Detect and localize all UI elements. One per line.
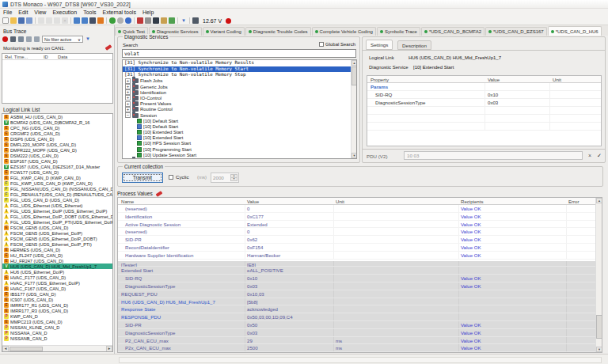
- vertical-scrollbar[interactable]: ▲ ▼: [351, 60, 356, 158]
- process-value-row[interactable]: SID-PR0x62Value OK: [118, 236, 602, 244]
- logical-link-item[interactable]: PNISSANB_CAN_D: [2, 336, 112, 341]
- horizontal-scrollbar[interactable]: ◄ ►: [2, 345, 112, 351]
- logical-link-item[interactable]: FFGL_NISSAN(UDS_CAN_D) (NISSANUDS_CAN_D): [2, 186, 112, 191]
- search-icon[interactable]: [145, 17, 151, 24]
- process-value-row[interactable]: Identification0xC177Value OK: [118, 213, 602, 221]
- scroll-down-icon[interactable]: ▼: [352, 153, 357, 158]
- property-row[interactable]: [367, 123, 601, 131]
- trace-play-icon[interactable]: [18, 36, 24, 42]
- tab-variant-coding[interactable]: Variant Coding: [203, 27, 245, 36]
- expand-icon[interactable]: +: [125, 84, 131, 89]
- tree-item[interactable]: +Identification: [123, 89, 356, 95]
- scroll-right-icon[interactable]: ►: [106, 346, 112, 352]
- logical-link-item[interactable]: EESP167 (UDS_CAN_D): [2, 158, 112, 164]
- property-row[interactable]: [367, 115, 601, 123]
- tree-item[interactable]: +Routine Control: [123, 107, 356, 112]
- search-result-item[interactable]: [31] Synchronize to Non-volatile Memory …: [123, 60, 352, 66]
- logical-link-item[interactable]: PNISSAN_KLINE_CAN_D: [2, 324, 112, 330]
- process-value-row[interactable]: Response Stateacknowledged: [118, 305, 602, 313]
- trace-page-icon[interactable]: [26, 36, 32, 42]
- logical-link-item[interactable]: EIMRR177_R3 (UDS_CAN_D): [2, 308, 112, 313]
- logical-link-item[interactable]: FFGL_UDS_CAN_D (UDS_CAN_D): [2, 197, 112, 203]
- logical-link-item[interactable]: EDMFL220_MOPF (UDS_CAN_D): [2, 142, 112, 147]
- process-value-row[interactable]: DiagnosticSessionType0x03Value OK: [118, 282, 602, 290]
- expand-icon[interactable]: +: [125, 95, 131, 100]
- col-data[interactable]: Data: [58, 54, 67, 60]
- tree-item[interactable]: [10] HPS Session Start: [123, 141, 356, 146]
- process-value-row[interactable]: (reserved)0Value OK: [118, 205, 602, 213]
- spin-down-icon[interactable]: ▼: [230, 177, 238, 181]
- logical-link-item[interactable]: ECRGMF2 (UDS_CAN_D): [2, 131, 112, 136]
- vertical-scrollbar[interactable]: ▲ ▼: [595, 198, 602, 352]
- tree-item[interactable]: [10] Programming Start: [123, 146, 356, 152]
- logical-link-item[interactable]: EHVAC_F167 (UDS_CAN_D): [2, 286, 112, 291]
- process-value-row[interactable]: P2_CAN_ECU_max29msValue OK: [118, 337, 602, 345]
- cycle-time-stepper[interactable]: 2000 ▲ ▼: [211, 173, 239, 183]
- start-icon[interactable]: [109, 17, 116, 24]
- menu-help[interactable]: Help: [139, 9, 157, 17]
- cyclic-checkbox[interactable]: [169, 175, 173, 180]
- service-search-input[interactable]: [122, 49, 356, 58]
- col-name[interactable]: Name: [121, 198, 134, 205]
- col-unit[interactable]: Unit: [553, 76, 561, 83]
- pdu-input[interactable]: [404, 151, 583, 160]
- process-value-row[interactable]: DiagnosticSessionType0x03Value OK: [118, 329, 602, 337]
- clock-icon[interactable]: [192, 17, 199, 24]
- logical-link-item[interactable]: VBCMFA2 (UDS_CAN_D)BCMFA2_R_16: [2, 119, 112, 125]
- scroll-left-icon[interactable]: ◄: [2, 346, 9, 352]
- search-result-item[interactable]: [31] Synchronize to Non-volatile Memory …: [123, 72, 352, 78]
- logical-link-item[interactable]: EFSCM_GEN5 (UDS_CAN_D): [2, 225, 112, 230]
- scroll-up-icon[interactable]: ▲: [352, 60, 357, 66]
- logical-link-item[interactable]: EHU_FR247 (UDS_CAN_D): [2, 258, 112, 264]
- menu-file[interactable]: File: [0, 9, 15, 17]
- col-property[interactable]: Property: [370, 76, 389, 83]
- tab-description[interactable]: Description: [397, 40, 431, 50]
- process-value-row[interactable]: RecordDataIdentifier0xF154Value OK: [118, 244, 602, 252]
- logical-link-item[interactable]: EFGL_KWP_CAN_D (KWP_CAN_D): [2, 175, 112, 180]
- menu-external-tools[interactable]: External tools: [99, 9, 139, 17]
- funnel-icon[interactable]: ▼: [86, 36, 90, 42]
- logical-link-item[interactable]: EHVAC_F177 (UDS_CAN_D): [2, 275, 112, 280]
- process-value-row[interactable]: RESPONSE_PDU0x50,03,00,1D,09,C4: [118, 313, 602, 321]
- logical-link-item[interactable]: EMMPC213 (UDS_CAN_D): [2, 319, 112, 324]
- process-value-row[interactable]: Hardware Supplier IdentificationHarman/B…: [118, 252, 602, 260]
- global-search-checkbox[interactable]: [319, 42, 324, 47]
- logical-link-item[interactable]: EDISP6 (UDS_CAN_D): [2, 136, 112, 142]
- property-row[interactable]: Params: [367, 83, 601, 91]
- plug-icon[interactable]: [97, 17, 104, 24]
- tab--uds-can-d-ezs167[interactable]: *UDS_CAN_D_EZS167: [485, 27, 547, 36]
- tree-item[interactable]: −Session: [123, 112, 356, 118]
- display-icon[interactable]: [153, 17, 159, 24]
- logical-link-item[interactable]: EDMFR222_MOPF (UDS_CAN_D): [2, 147, 112, 153]
- chart-icon[interactable]: [169, 17, 175, 24]
- logical-link-item[interactable]: !HVAC_F177 (UDS_Ethernet_DoIP): [2, 280, 112, 286]
- process-value-row[interactable]: SID-PR0x50Value OK: [118, 321, 602, 329]
- scroll-up-icon[interactable]: ▲: [596, 198, 602, 203]
- scrollbar-thumb[interactable]: [10, 347, 43, 351]
- logical-link-item[interactable]: !FGL_UDS_Ethernet (UDS_Ethernet): [2, 203, 112, 208]
- scroll-down-icon[interactable]: ▼: [596, 347, 602, 352]
- logical-link-item[interactable]: !FGL_UDS_Ethernet_DoIP_DOBT (UDS_Etherne…: [2, 214, 112, 219]
- open-workspace-icon[interactable]: [10, 17, 17, 24]
- logical-link-item[interactable]: FFGL_KWP_UDS_CAN_D (KWP_CAN_D): [2, 180, 112, 186]
- logical-link-item[interactable]: !FSCM_GEN5 (UDS_Ethernet_DoIP): [2, 230, 112, 236]
- menu-view[interactable]: View: [31, 9, 49, 17]
- tree-item[interactable]: +IO-Control: [123, 95, 356, 100]
- logical-link-item[interactable]: EFCW177 (UDS_CAN_D): [2, 169, 112, 175]
- logical-link-item[interactable]: !FSCM_GEN5 (UDS_Ethernet_DoIP_PTI): [2, 241, 112, 247]
- monitor-alt-icon[interactable]: [82, 17, 88, 24]
- tree-item[interactable]: [10] Default Start: [123, 123, 356, 129]
- tree-item[interactable]: +Flash Jobs: [123, 78, 356, 84]
- process-value-row[interactable]: [Tester][E8]: [118, 260, 602, 267]
- process-value-row[interactable]: HU6 (UDS_CAN_D) HU6_Mid_FreshUp1_7[5b8]: [118, 298, 602, 306]
- scrollbar-thumb[interactable]: [352, 66, 357, 85]
- tab-symbolic-trace[interactable]: Symbolic Trace: [377, 27, 420, 36]
- process-value-row[interactable]: Extended StarteALL_POSITIVE: [118, 267, 602, 275]
- property-row[interactable]: [367, 107, 601, 115]
- logical-link-item[interactable]: EDSM222 (UDS_CAN_D): [2, 153, 112, 158]
- col-recipients[interactable]: Recipients: [461, 198, 483, 205]
- logical-link-item[interactable]: PKWP_CAN_D: [2, 313, 112, 319]
- edit-icon[interactable]: [137, 17, 143, 24]
- logical-link-item[interactable]: ECPC_NG (UDS_CAN_D): [2, 125, 112, 131]
- scrollbar-thumb[interactable]: [596, 315, 602, 339]
